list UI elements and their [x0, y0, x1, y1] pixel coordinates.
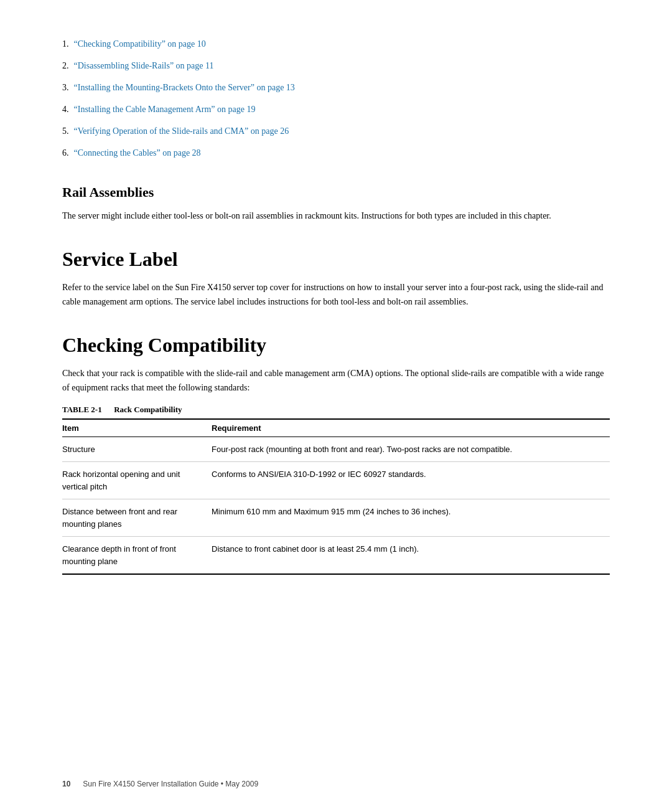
checking-compatibility-body: Check that your rack is compatible with …	[62, 367, 610, 395]
list-link-6[interactable]: “Connecting the Cables” on page 28	[74, 148, 201, 158]
table-label: TABLE 2-1	[62, 405, 102, 414]
numbered-list-item-3: 3.“Installing the Mounting-Brackets Onto…	[62, 81, 610, 94]
list-num-2: 2.	[62, 61, 69, 70]
table-cell-item-3: Distance between front and rear mounting…	[62, 499, 212, 537]
rail-assemblies-heading: Rail Assemblies	[62, 184, 610, 201]
list-link-2[interactable]: “Disassembling Slide-Rails” on page 11	[74, 61, 214, 70]
numbered-list: 1.“Checking Compatibility” on page 102.“…	[62, 37, 610, 159]
service-label-section: Service Label Refer to the service label…	[62, 248, 610, 309]
checking-compatibility-section: Checking Compatibility Check that your r…	[62, 334, 610, 575]
service-label-body: Refer to the service label on the Sun Fi…	[62, 281, 610, 309]
table-row: Distance between front and rear mounting…	[62, 499, 610, 537]
table-row: Rack horizontal opening and unit vertica…	[62, 462, 610, 499]
numbered-list-item-4: 4.“Installing the Cable Management Arm” …	[62, 103, 610, 116]
list-link-3[interactable]: “Installing the Mounting-Brackets Onto t…	[74, 83, 295, 92]
list-num-6: 6.	[62, 148, 69, 158]
footer: 10 Sun Fire X4150 Server Installation Gu…	[0, 780, 672, 788]
col-requirement-header: Requirement	[212, 419, 610, 437]
table-cell-item-4: Clearance depth in front of front mounti…	[62, 537, 212, 575]
table-caption-spacer	[104, 405, 112, 414]
list-num-3: 3.	[62, 83, 69, 92]
numbered-list-item-5: 5.“Verifying Operation of the Slide-rail…	[62, 125, 610, 138]
table-cell-item-2: Rack horizontal opening and unit vertica…	[62, 462, 212, 499]
numbered-list-item-1: 1.“Checking Compatibility” on page 10	[62, 37, 610, 50]
numbered-list-item-6: 6.“Connecting the Cables” on page 28	[62, 146, 610, 159]
compatibility-table: Item Requirement StructureFour-post rack…	[62, 418, 610, 575]
table-cell-requirement-4: Distance to front cabinet door is at lea…	[212, 537, 610, 575]
table-caption-text: Rack Compatibility	[114, 405, 182, 414]
checking-compatibility-heading: Checking Compatibility	[62, 334, 610, 357]
list-num-4: 4.	[62, 105, 69, 114]
rail-assemblies-section: Rail Assemblies The server might include…	[62, 184, 610, 223]
table-cell-requirement-2: Conforms to ANSI/EIA 310-D-1992 or IEC 6…	[212, 462, 610, 499]
footer-page-number: 10	[62, 780, 70, 788]
list-num-1: 1.	[62, 39, 69, 49]
footer-text: Sun Fire X4150 Server Installation Guide…	[83, 780, 258, 788]
list-link-1[interactable]: “Checking Compatibility” on page 10	[74, 39, 206, 49]
col-item-header: Item	[62, 419, 212, 437]
service-label-heading: Service Label	[62, 248, 610, 271]
table-row: StructureFour-post rack (mounting at bot…	[62, 437, 610, 462]
table-caption: TABLE 2-1 Rack Compatibility	[62, 405, 610, 415]
table-row: Clearance depth in front of front mounti…	[62, 537, 610, 575]
numbered-list-item-2: 2.“Disassembling Slide-Rails” on page 11	[62, 59, 610, 72]
list-link-5[interactable]: “Verifying Operation of the Slide-rails …	[74, 126, 289, 136]
rail-assemblies-body: The server might include either tool-les…	[62, 209, 610, 223]
table-header-row: Item Requirement	[62, 419, 610, 437]
table-cell-item-1: Structure	[62, 437, 212, 462]
list-link-4[interactable]: “Installing the Cable Management Arm” on…	[74, 105, 256, 114]
table-cell-requirement-1: Four-post rack (mounting at both front a…	[212, 437, 610, 462]
table-cell-requirement-3: Minimum 610 mm and Maximum 915 mm (24 in…	[212, 499, 610, 537]
list-num-5: 5.	[62, 126, 69, 136]
